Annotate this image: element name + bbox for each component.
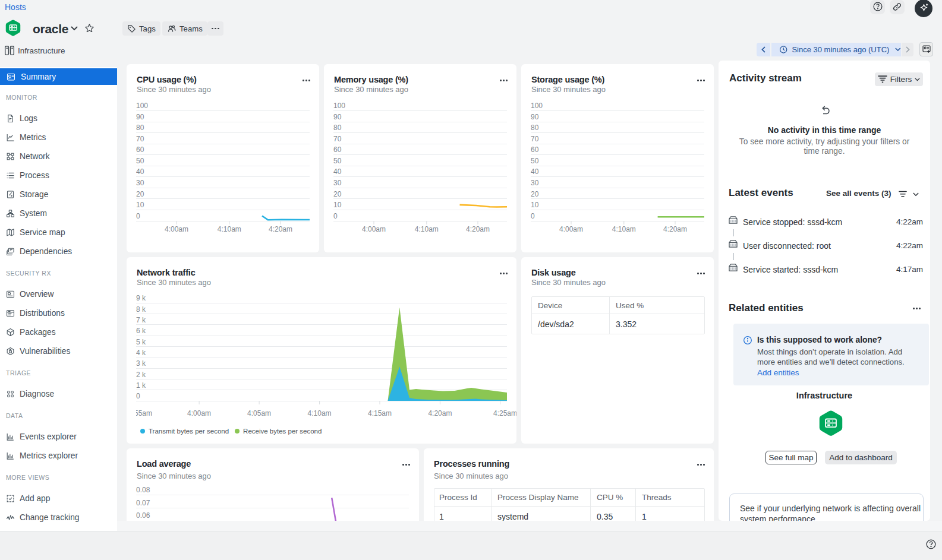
svg-text:90: 90 (531, 113, 539, 121)
svg-text:20: 20 (531, 190, 539, 198)
svg-text:80: 80 (333, 124, 342, 132)
svg-text:1 k: 1 k (136, 381, 146, 390)
svg-text:70: 70 (531, 135, 539, 143)
svg-text:60: 60 (531, 145, 539, 154)
svg-text:4:10am: 4:10am (612, 225, 636, 233)
svg-text:5 k: 5 k (136, 338, 146, 346)
svg-text:4:10am: 4:10am (218, 225, 241, 233)
svg-text:0: 0 (136, 212, 140, 220)
svg-text:40: 40 (531, 167, 539, 176)
svg-text:90: 90 (136, 113, 144, 121)
svg-text:4:20am: 4:20am (269, 225, 292, 233)
svg-text:70: 70 (136, 135, 144, 143)
svg-text:8 k: 8 k (136, 305, 146, 314)
svg-text:50: 50 (136, 157, 144, 165)
svg-text:4:25am: 4:25am (493, 409, 516, 417)
svg-text:9 k: 9 k (136, 294, 146, 302)
svg-text:90: 90 (333, 113, 342, 121)
svg-text:100: 100 (333, 102, 345, 110)
svg-text:80: 80 (531, 124, 539, 132)
svg-text:0: 0 (531, 212, 535, 220)
svg-text:4:15am: 4:15am (368, 409, 392, 417)
svg-text:100: 100 (531, 102, 543, 110)
svg-text:0.08: 0.08 (136, 486, 150, 494)
svg-text:3 k: 3 k (136, 359, 146, 368)
svg-text:4:05am: 4:05am (247, 409, 271, 417)
svg-text:30: 30 (136, 179, 144, 187)
svg-text:10: 10 (333, 201, 342, 209)
svg-text:4:00am: 4:00am (187, 409, 211, 417)
svg-text:10: 10 (531, 201, 539, 209)
svg-text:4:00am: 4:00am (362, 225, 386, 233)
svg-text:7 k: 7 k (136, 316, 146, 324)
svg-text:40: 40 (333, 167, 342, 176)
svg-text:60: 60 (333, 145, 342, 154)
svg-text:60: 60 (136, 145, 144, 154)
svg-text:4:20am: 4:20am (466, 225, 490, 233)
svg-text:20: 20 (333, 190, 342, 198)
svg-text:10: 10 (136, 201, 144, 209)
svg-text:70: 70 (333, 135, 342, 143)
svg-text:50: 50 (531, 157, 539, 165)
svg-text:0: 0 (333, 212, 338, 220)
svg-text:4 k: 4 k (136, 349, 146, 357)
svg-text:0.07: 0.07 (136, 499, 150, 507)
svg-text:4:00am: 4:00am (559, 225, 583, 233)
svg-text:80: 80 (136, 124, 144, 132)
svg-text:4:00am: 4:00am (165, 225, 188, 233)
svg-text:2 k: 2 k (136, 371, 146, 379)
svg-text:6 k: 6 k (136, 327, 146, 335)
svg-text:0.06: 0.06 (136, 511, 150, 520)
svg-text:40: 40 (136, 167, 144, 176)
svg-text:30: 30 (333, 179, 342, 187)
svg-text:4:20am: 4:20am (428, 409, 452, 417)
svg-text:30: 30 (531, 179, 539, 187)
svg-text:4:20am: 4:20am (663, 225, 687, 233)
svg-text:20: 20 (136, 190, 144, 198)
svg-text:55am: 55am (136, 409, 152, 417)
svg-text:4:10am: 4:10am (415, 225, 439, 233)
svg-text:4:10am: 4:10am (308, 409, 332, 417)
svg-text:0: 0 (136, 392, 140, 400)
svg-text:100: 100 (136, 102, 148, 110)
svg-text:50: 50 (333, 157, 342, 165)
